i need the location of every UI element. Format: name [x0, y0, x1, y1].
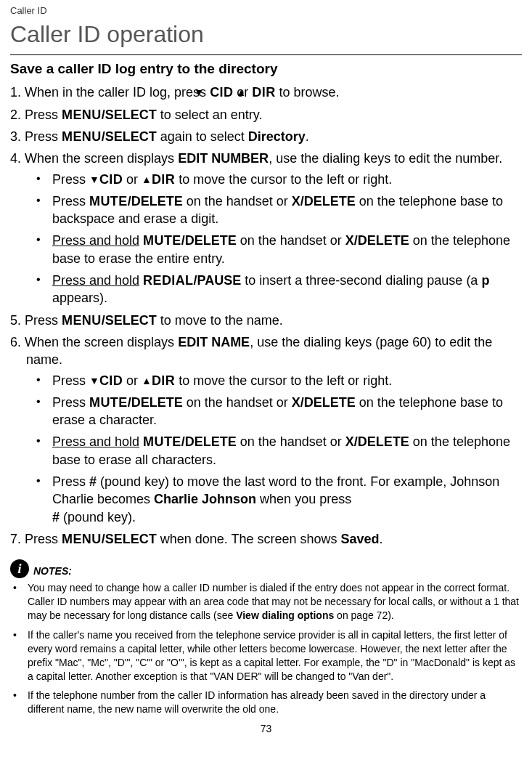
sub-item: Press # (pound key) to move the last wor… [36, 473, 522, 526]
mute-key: MUTE [143, 434, 181, 449]
mute-key: MUTE [143, 233, 181, 248]
step-7: 7. Press MENU/SELECT when done. The scre… [10, 530, 522, 548]
down-arrow-icon: ▼ [89, 173, 99, 187]
steps-list: 1. When in the caller ID log, press ▼CID… [10, 84, 522, 548]
edit-name-label: EDIT NAME [178, 335, 250, 349]
text: to move the cursor to the left or right. [175, 172, 392, 187]
text: (pound key). [60, 510, 136, 524]
dir-key: DIR [152, 172, 175, 187]
select-key: /SELECT [102, 532, 157, 546]
directory-label: Directory [248, 129, 306, 144]
sub-item: Press and hold MUTE/DELETE on the handse… [36, 232, 522, 267]
text: 4. When the screen displays [10, 151, 178, 166]
select-key: /SELECT [102, 129, 157, 144]
mute-key: MUTE [89, 395, 128, 410]
menu-key: MENU [62, 108, 102, 122]
text: to insert a three-second dialing pause (… [241, 273, 481, 288]
sub-item: Press and hold REDIAL/PAUSE to insert a … [36, 272, 522, 307]
text: Press [52, 474, 89, 489]
sub-item: Press MUTE/DELETE on the handset or X/DE… [36, 394, 522, 429]
dir-key: DIR [252, 85, 275, 100]
note-item: If the telephone number from the caller … [10, 689, 522, 716]
delete-key: /DELETE [128, 395, 183, 410]
text: again to select [157, 129, 248, 144]
text: on the handset or [183, 395, 292, 410]
p-char: p [481, 273, 489, 288]
hash-key: # [89, 474, 97, 489]
select-key: /SELECT [102, 313, 157, 328]
pause-key: /PAUSE [194, 273, 242, 288]
notes-header: i NOTES: [10, 559, 522, 578]
text: 5. Press [10, 313, 62, 328]
page-title: Caller ID operation [10, 19, 522, 50]
text: . [306, 129, 309, 144]
text: , use the dialing keys to edit the numbe… [269, 151, 502, 166]
text: when done. The screen shows [157, 532, 341, 546]
text: 1. When in the caller ID log, press [10, 85, 210, 100]
note-item: You may need to change how a caller ID n… [10, 581, 522, 623]
step-6-sublist: Press ▼CID or ▲DIR to move the cursor to… [36, 372, 522, 526]
text: 3. Press [10, 129, 62, 144]
text: Press [52, 373, 89, 388]
text: Press [52, 172, 89, 187]
dir-key: DIR [152, 373, 175, 388]
text: to browse. [276, 85, 340, 100]
divider [10, 54, 522, 55]
select-key: /SELECT [102, 108, 157, 122]
step-1: 1. When in the caller ID log, press ▼CID… [10, 84, 522, 101]
saved-label: Saved [340, 532, 379, 546]
press-hold: Press and hold [52, 434, 139, 449]
text: or [123, 373, 142, 388]
step-4-sublist: Press ▼CID or ▲DIR to move the cursor to… [36, 171, 522, 307]
xdelete-key: X/DELETE [292, 194, 356, 208]
sub-item: Press ▼CID or ▲DIR to move the cursor to… [36, 372, 522, 389]
edit-number-label: EDIT NUMBER [178, 151, 269, 166]
text: or [123, 172, 142, 187]
notes-label: NOTES: [33, 564, 72, 578]
xdelete-key: X/DELETE [292, 395, 356, 410]
view-dialing-options: View dialing options [236, 609, 334, 621]
up-arrow-icon: ▲ [142, 173, 152, 187]
redial-key: REDIAL [143, 273, 193, 288]
text: to move to the name. [157, 313, 283, 328]
cid-key: CID [210, 85, 233, 100]
delete-key: /DELETE [181, 434, 237, 449]
text: Press [52, 194, 89, 208]
page-number: 73 [10, 722, 522, 736]
text: . [380, 532, 383, 546]
sub-item: Press ▼CID or ▲DIR to move the cursor to… [36, 171, 522, 188]
cid-key: CID [99, 373, 123, 388]
text: on the handset or [237, 233, 345, 248]
text: to move the cursor to the left or right. [175, 373, 392, 388]
sub-item: Press and hold MUTE/DELETE on the handse… [36, 433, 522, 469]
step-2: 2. Press MENU/SELECT to select an entry. [10, 106, 522, 123]
menu-key: MENU [62, 532, 102, 546]
notes-list: You may need to change how a caller ID n… [10, 581, 522, 716]
text: on page 72). [334, 609, 394, 621]
eyebrow-text: Caller ID [10, 4, 522, 17]
menu-key: MENU [62, 129, 102, 144]
cid-key: CID [99, 172, 123, 187]
mute-key: MUTE [89, 194, 128, 208]
text: when you press [256, 492, 351, 506]
press-hold: Press and hold [52, 273, 139, 288]
text: Press [52, 395, 89, 410]
down-arrow-icon: ▼ [89, 374, 99, 388]
sub-item: Press MUTE/DELETE on the handset or X/DE… [36, 192, 522, 228]
text: appears). [52, 291, 107, 305]
menu-key: MENU [62, 313, 102, 328]
note-item: If the caller's name you received from t… [10, 628, 522, 684]
text: to select an entry. [157, 108, 263, 122]
text: 2. Press [10, 108, 62, 122]
section-heading: Save a caller ID log entry to the direct… [10, 60, 522, 78]
charlie-johnson: Charlie Johnson [154, 492, 256, 506]
text: 7. Press [10, 532, 62, 546]
text: on the handset or [237, 434, 345, 449]
delete-key: /DELETE [181, 233, 237, 248]
xdelete-key: X/DELETE [345, 434, 409, 449]
step-6: 6. When the screen displays EDIT NAME, u… [10, 333, 522, 526]
hash-key: # [52, 510, 60, 524]
xdelete-key: X/DELETE [345, 233, 409, 248]
step-4: 4. When the screen displays EDIT NUMBER,… [10, 150, 522, 307]
step-5: 5. Press MENU/SELECT to move to the name… [10, 312, 522, 329]
